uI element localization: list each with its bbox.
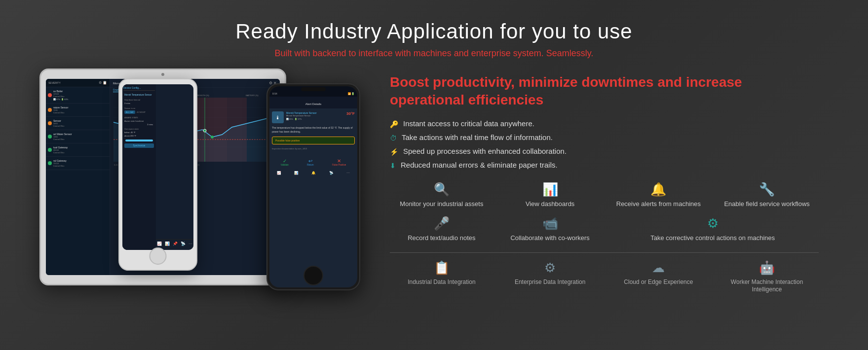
enterprise-icon: ⚙ [544, 260, 556, 276]
phone-false-positive-btn[interactable]: ✕ False Positive [332, 158, 346, 166]
down-arrow-icon: ⬇ [390, 162, 396, 170]
white-phone-aware-state: AWARE STATE [123, 116, 155, 119]
collaborate-label: Collaborate with co-workers [510, 234, 589, 243]
key-icon: 🔑 [390, 120, 398, 128]
white-phone-all-day: ALL DAY 41 NIGHT [123, 110, 155, 114]
alert-label: Receive alerts from machines [616, 200, 701, 209]
bottom-divider: 📋 Industrial Data Integration ⚙ Enterpri… [390, 252, 819, 294]
white-phone-sidebar-header: Device Config... [123, 86, 155, 91]
bullet-item-1: 🔑 Instant access to critical data anywhe… [390, 119, 819, 128]
white-phone-heartbeat-val: 2 mins [123, 102, 155, 105]
phone-tab-more[interactable]: ⋯ [346, 171, 350, 175]
main-title: Ready Industry Application for you to us… [10, 20, 858, 43]
dashboard-icon: 📊 [542, 182, 558, 197]
header-section: Ready Industry Application for you to us… [0, 0, 868, 69]
phone-sensor-info: 🌡 Monnit Temperature Sensor Monnit Tempe… [272, 111, 355, 123]
features-grid: 🔍 Monitor your industrial assets 📊 View … [390, 182, 819, 243]
industrial-icon: 📋 [434, 260, 450, 276]
field-service-label: Enable field service workflows [724, 200, 809, 209]
tablet-list-item-4[interactable]: art Water Sensor 1365 Central Ohio [46, 130, 110, 143]
phone-false-positive-label: Possible false positive [275, 139, 351, 142]
feature-alerts: 🔔 Receive alerts from machines [607, 182, 711, 209]
white-phone-above-val: above 200 °F [123, 134, 155, 138]
phone-return-btn[interactable]: ↩ Return [307, 158, 314, 166]
phone-inspection-note: Inspection documentation by user_1453 [272, 147, 355, 150]
phone-false-positive-box: Possible false positive [272, 137, 355, 144]
phone-black-mockup: 8:54 📶 🔋 Alert Details 🌡 Monnit Temperat… [266, 83, 360, 290]
content-area: Device Config... Monnit Temperature Sens… [0, 69, 868, 350]
bottom-features: 📋 Industrial Data Integration ⚙ Enterpri… [390, 260, 819, 294]
white-phone-slider[interactable] [125, 140, 153, 141]
phone-alert-content: 🌡 Monnit Temperature Sensor Monnit Tempe… [269, 109, 357, 155]
phone-white-mockup: Device Config... Monnit Temperature Sens… [118, 78, 197, 271]
tablet-list-panel: SEVERITY ⚙ 📋 ss Boiler 12516 Central Ohi… [46, 79, 110, 275]
cloud-label: Cloud or Edge Experience [624, 279, 693, 286]
notes-label: Record text/audio notes [408, 234, 475, 243]
white-phone-home-button[interactable] [150, 247, 167, 265]
enterprise-label: Enterprise Data Integration [515, 279, 585, 286]
collaborate-icon: 📹 [542, 216, 558, 231]
phone-tab-graphs[interactable]: 📈 [277, 171, 281, 175]
bottom-feature-worker: 🤖 Worker Machine Interaction Intelligenc… [715, 260, 819, 294]
white-phone-sensor-on: Sensor is on [123, 106, 155, 110]
phone-home-button[interactable] [303, 266, 323, 285]
bullet-text-3: Speed up processes with enhanced collabo… [403, 147, 566, 155]
bottom-feature-industrial: 📋 Industrial Data Integration [390, 260, 493, 294]
phone-sensor-badges: 📊 85% 🔋 97% [286, 118, 317, 120]
monitor-label: Monitor your industrial assets [400, 200, 483, 209]
tablet-list-item-1[interactable]: ss Boiler 12516 Central Ohio 📊 97% 🔋 83% [46, 87, 110, 104]
worker-icon: 🤖 [759, 260, 775, 276]
white-phone-mins-val: 2 mins [123, 123, 155, 126]
phone-screen: 8:54 📶 🔋 Alert Details 🌡 Monnit Temperat… [269, 86, 357, 287]
tablet-list-item-3[interactable]: Sensor 3465 Central Ohio [46, 117, 110, 130]
feature-notes: 🎤 Record text/audio notes [390, 216, 493, 243]
bottom-feature-cloud: ☁ Cloud or Edge Experience [607, 260, 711, 294]
tablet-list-item-2[interactable]: rature Sensor 7231 Central Ohio [46, 104, 110, 117]
white-phone-sync-btn[interactable]: Synchronize [124, 143, 154, 148]
white-phone-below-val: below -45 °F [123, 131, 155, 134]
field-service-icon: 🔧 [759, 182, 775, 197]
svg-point-10 [211, 136, 214, 139]
feature-monitor: 🔍 Monitor your industrial assets [390, 182, 493, 209]
phone-action-buttons: ✓ Validate ↩ Return ✕ False Positive [269, 155, 357, 169]
phone-validate-btn[interactable]: ✓ Validate [281, 158, 289, 166]
bullet-item-4: ⬇ Reduced manual errors & eliminate pape… [390, 161, 819, 170]
dashboard-label: View dashboards [526, 200, 575, 209]
control-icon: ⚙ [707, 216, 718, 231]
bullet-item-2: ⏱ Take actions with real time flow of in… [390, 133, 819, 142]
feature-control: ⚙ Take corrective control actions on mac… [607, 216, 819, 243]
bullet-text-1: Instant access to critical data anywhere… [403, 119, 534, 128]
industrial-label: Industrial Data Integration [408, 279, 475, 286]
white-phone-tab-bar: 📈 📊 📌 📡 ⋯ [156, 239, 193, 248]
phone-alert-header: Alert Details [269, 97, 357, 109]
bullet-item-3: ⚡ Speed up processes with enhanced colla… [390, 147, 819, 156]
cloud-icon: ☁ [652, 260, 665, 276]
tablet-list-item-6[interactable]: ral Gateway 70153 Central Ohio [46, 157, 110, 170]
bullet-text-2: Take actions with real time flow of info… [402, 133, 553, 141]
boost-title: Boost productivity, minimize downtimes a… [390, 73, 819, 109]
bottom-feature-enterprise: ⚙ Enterprise Data Integration [498, 260, 602, 294]
tablet-list-item-5[interactable]: tual Gateway 26152 Central Ohio [46, 143, 110, 157]
lightning-icon: ⚡ [390, 148, 398, 156]
feature-dashboards: 📊 View dashboards [498, 182, 602, 209]
phone-tab-charts[interactable]: 📊 [294, 171, 299, 175]
feature-field-service: 🔧 Enable field service workflows [715, 182, 819, 209]
phone-white-screen: Device Config... Monnit Temperature Sens… [122, 84, 193, 250]
clock-icon: ⏱ [390, 134, 397, 142]
tablet-camera [161, 73, 164, 76]
phone-tab-alerts[interactable]: 🔔 [311, 171, 316, 175]
alert-icon: 🔔 [650, 182, 666, 197]
bullet-text-4: Reduced manual errors & eliminate paper … [401, 161, 558, 169]
white-phone-use-aware: Use aware state [123, 127, 155, 131]
phone-sensor-id: Monnit Temperature Sensor [286, 114, 317, 117]
phone-temp-display: 30°F [346, 111, 355, 116]
phone-tab-wifi[interactable]: 📡 [329, 171, 334, 175]
phone-alert-text: The temperature has dropped below the li… [272, 126, 355, 134]
subtitle: Built with backend to interface with mac… [10, 48, 858, 59]
worker-label: Worker Machine Interaction Intelligence [715, 279, 819, 294]
control-label: Take corrective control actions on machi… [650, 234, 775, 243]
tablet-list-header: SEVERITY ⚙ 📋 [46, 79, 110, 87]
page-container: Ready Industry Application for you to us… [0, 0, 868, 350]
phone-notch [301, 87, 326, 91]
right-panel: Boost productivity, minimize downtimes a… [380, 69, 829, 350]
